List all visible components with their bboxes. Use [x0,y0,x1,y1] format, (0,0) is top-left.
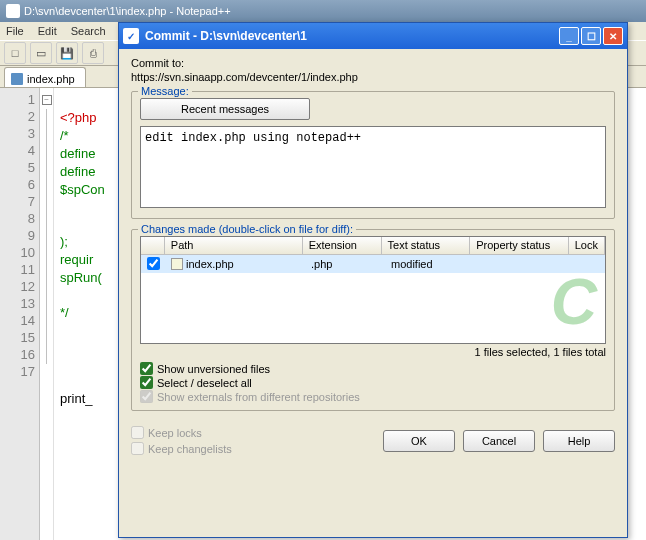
code-area[interactable]: <?php /* define define $spCon ); requir … [54,88,111,540]
list-header: Path Extension Text status Property stat… [141,237,605,255]
menu-edit[interactable]: Edit [38,25,57,37]
row-prop [475,263,575,265]
app-icon [6,4,20,18]
chk-selectall[interactable] [140,376,153,389]
commit-app-icon: ✓ [123,28,139,44]
toolbar-new-icon[interactable]: □ [4,42,26,64]
commit-dialog: ✓ Commit - D:\svn\devcenter\1 _ ☐ ✕ Comm… [118,22,628,538]
file-tab-indexphp[interactable]: index.php [4,67,86,87]
chk-externals [140,390,153,403]
chk-keeplocks-label: Keep locks [148,427,202,439]
commit-titlebar[interactable]: ✓ Commit - D:\svn\devcenter\1 _ ☐ ✕ [119,23,627,49]
col-lock[interactable]: Lock [569,237,605,254]
toolbar-saveall-icon[interactable]: ⎙ [82,42,104,64]
col-path[interactable]: Path [165,237,303,254]
file-icon [171,258,183,270]
col-check[interactable] [141,237,165,254]
menu-file[interactable]: File [6,25,24,37]
cancel-button[interactable]: Cancel [463,430,535,452]
main-titlebar[interactable]: D:\svn\devcenter\1\index.php - Notepad++ [0,0,646,22]
message-textarea[interactable] [140,126,606,208]
toolbar-save-icon[interactable]: 💾 [56,42,78,64]
chk-selectall-row[interactable]: Select / deselect all [140,376,606,389]
row-path-text: index.php [186,258,234,270]
list-row[interactable]: index.php .php modified [141,255,605,273]
chk-unversioned-label: Show unversioned files [157,363,270,375]
commit-url: https://svn.sinaapp.com/devcenter/1/inde… [131,71,615,83]
toolbar-open-icon[interactable]: ▭ [30,42,52,64]
main-title: D:\svn\devcenter\1\index.php - Notepad++ [24,5,231,17]
status-count: 1 files selected, 1 files total [140,346,606,358]
chk-keeplocks-row: Keep locks [131,426,232,439]
chk-externals-label: Show externals from different repositori… [157,391,360,403]
file-tab-label: index.php [27,73,75,85]
close-icon[interactable]: ✕ [603,27,623,45]
menu-search[interactable]: Search [71,25,106,37]
commit-to-label: Commit to: [131,57,615,69]
fold-column: − [40,88,54,540]
watermark-icon: C [551,265,597,339]
chk-keepchange-label: Keep changelists [148,443,232,455]
row-checkbox[interactable] [147,257,160,270]
changes-list[interactable]: C Path Extension Text status Property st… [140,236,606,344]
chk-keeplocks [131,426,144,439]
row-ext: .php [305,257,385,271]
changes-legend: Changes made (double-click on file for d… [138,223,356,235]
line-gutter: 123 456 789 101112 131415 1617 [0,88,40,540]
col-prop-status[interactable]: Property status [470,237,569,254]
chk-selectall-label: Select / deselect all [157,377,252,389]
col-ext[interactable]: Extension [303,237,382,254]
commit-title: Commit - D:\svn\devcenter\1 [145,29,557,43]
commit-body: Commit to: https://svn.sinaapp.com/devce… [119,49,627,464]
chk-keepchange [131,442,144,455]
ok-button[interactable]: OK [383,430,455,452]
message-group: Message: Recent messages [131,91,615,219]
chk-externals-row: Show externals from different repositori… [140,390,606,403]
bottom-row: Keep locks Keep changelists OK Cancel He… [131,425,615,456]
chk-unversioned-row[interactable]: Show unversioned files [140,362,606,375]
row-status: modified [385,257,475,271]
help-button[interactable]: Help [543,430,615,452]
col-text-status[interactable]: Text status [382,237,471,254]
minimize-icon[interactable]: _ [559,27,579,45]
changes-group: Changes made (double-click on file for d… [131,229,615,411]
fold-box-icon[interactable]: − [42,95,52,105]
maximize-icon[interactable]: ☐ [581,27,601,45]
recent-messages-button[interactable]: Recent messages [140,98,310,120]
file-tab-icon [11,73,23,85]
chk-keepchange-row: Keep changelists [131,442,232,455]
chk-unversioned[interactable] [140,362,153,375]
message-legend: Message: [138,85,192,97]
